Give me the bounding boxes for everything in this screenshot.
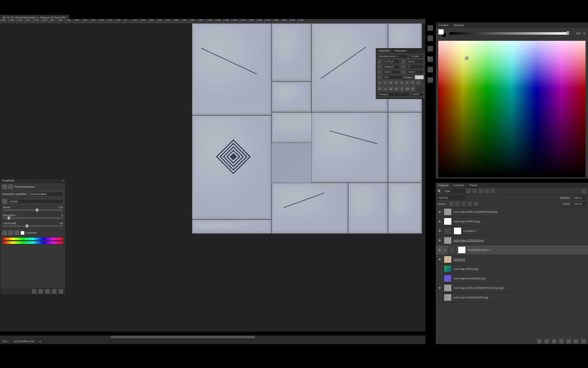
clip-icon[interactable] xyxy=(32,289,36,293)
brightness-slider[interactable] xyxy=(449,32,569,35)
type-icon[interactable]: A xyxy=(428,56,433,62)
language-field[interactable]: Français xyxy=(377,92,410,97)
baseline-field[interactable]: 0 pt xyxy=(383,75,402,79)
underline-icon[interactable]: T xyxy=(410,80,415,85)
layer-row[interactable]: rock-map-normals003.png xyxy=(436,274,588,283)
kerning-field[interactable]: 0 xyxy=(407,65,424,69)
fraction-icon[interactable]: ½ xyxy=(410,86,415,91)
color-picker[interactable] xyxy=(438,41,586,177)
font-size-field[interactable]: 17,42 pt xyxy=(383,59,400,64)
filter-dropdown[interactable]: Type xyxy=(443,189,465,193)
layer-name[interactable]: rock-map-DISPLACEMENT003.png xyxy=(454,210,586,213)
brightness-value[interactable]: 100 xyxy=(571,32,581,35)
lock-artboard-icon[interactable] xyxy=(468,202,472,206)
lightness-value[interactable]: -20 xyxy=(59,222,63,225)
brush-presets-icon[interactable] xyxy=(428,46,433,52)
visibility-toggle[interactable]: 👁 xyxy=(438,286,442,290)
eyedropper-icon[interactable] xyxy=(2,230,7,235)
filter-adjustment-icon[interactable] xyxy=(473,189,477,193)
status-arrow-icon[interactable]: ▸ xyxy=(40,340,41,343)
layer-row[interactable]: 👁rock-map-AO003.png xyxy=(436,217,588,226)
fill-field[interactable]: 100 % xyxy=(573,202,586,206)
layer-thumbnail[interactable] xyxy=(444,275,452,282)
layer-thumbnail[interactable] xyxy=(444,208,452,216)
delete-icon[interactable] xyxy=(59,289,63,293)
visibility-toggle[interactable] xyxy=(438,267,442,271)
layer-thumbnail[interactable] xyxy=(454,227,462,235)
preset-dropdown[interactable]: Personnalisé xyxy=(29,192,64,197)
layer-row[interactable]: rock-map-id003.png xyxy=(436,264,588,274)
swash-icon[interactable]: A xyxy=(394,86,399,91)
layer-row[interactable]: 👁Courbes 1 xyxy=(436,226,588,236)
eyedropper-minus-icon[interactable] xyxy=(14,230,19,235)
layer-row[interactable]: rock-map-RANDOM003.png xyxy=(436,293,588,302)
ligature-icon[interactable]: fi xyxy=(377,86,382,91)
history-icon[interactable] xyxy=(428,36,433,41)
layer-mask-icon[interactable] xyxy=(552,339,556,343)
layer-thumbnail[interactable] xyxy=(444,294,452,301)
hue-value[interactable]: -216 xyxy=(58,206,63,209)
layer-name[interactable]: Courbes 1 xyxy=(463,229,586,232)
bold-icon[interactable]: T xyxy=(377,80,382,85)
picker-cursor[interactable] xyxy=(465,56,469,60)
visibility-toggle[interactable]: 👁 xyxy=(438,219,442,224)
collapse-icon[interactable]: » xyxy=(62,179,64,182)
tab-channels[interactable]: Couches xyxy=(451,183,467,188)
visibility-toggle[interactable]: 👁 xyxy=(438,257,442,262)
tab-paragraph[interactable]: Paragraphe xyxy=(392,48,409,53)
tab-layers[interactable]: Calques xyxy=(436,183,451,188)
lightness-slider[interactable] xyxy=(3,225,63,227)
visibility-toggle[interactable] xyxy=(438,295,442,300)
adjustment-thumbnail[interactable] xyxy=(444,227,452,235)
layer-thumbnail[interactable] xyxy=(444,256,452,263)
colorize-checkbox[interactable] xyxy=(21,231,24,235)
leading-field[interactable]: (Auto) xyxy=(407,59,424,64)
layer-name[interactable]: rock-map-DISPLACEMENT003.png copie xyxy=(454,286,586,289)
visibility-toggle[interactable]: 👁 xyxy=(438,210,442,214)
tab-color[interactable]: Couleur xyxy=(436,23,451,27)
paragraph-styles-icon[interactable] xyxy=(428,67,433,72)
saturation-slider[interactable] xyxy=(3,217,63,219)
layer-name[interactable]: rock-map-CURV003.png xyxy=(454,239,586,242)
hue-slider[interactable] xyxy=(3,209,63,211)
tab-character[interactable]: Caractère xyxy=(376,48,392,53)
layer-name[interactable]: rock-map-normals003.png xyxy=(454,277,586,280)
layer-thumbnail[interactable] xyxy=(444,218,452,225)
styles-icon[interactable] xyxy=(428,77,433,83)
fg-bg-swatches[interactable] xyxy=(438,29,447,38)
layer-row[interactable]: 👁rock-map-DISPLACEMENT003.png xyxy=(436,207,588,217)
group-icon[interactable] xyxy=(567,339,571,343)
preview-icon[interactable] xyxy=(39,289,43,293)
layer-row[interactable]: 👁rock-map-DISPLACEMENT003.png copie xyxy=(436,283,588,293)
filter-smartobject-icon[interactable] xyxy=(491,189,495,193)
italic-icon[interactable]: T xyxy=(383,80,388,85)
layer-row[interactable]: 👁COLOUR xyxy=(436,255,588,264)
layer-name[interactable]: Teinte/Saturation 1 xyxy=(468,248,586,251)
channel-dropdown[interactable]: Global xyxy=(8,199,64,204)
font-weight-field[interactable]: 75 Bold xyxy=(409,54,424,59)
allcaps-icon[interactable]: TT xyxy=(388,80,393,85)
tracking-field[interactable]: Métrique xyxy=(383,65,400,69)
layer-row[interactable]: 👁rock-map-CURV003.png xyxy=(436,236,588,245)
tab-swatches[interactable]: Nuancier xyxy=(451,23,467,27)
lock-pixels-icon[interactable] xyxy=(455,202,460,206)
reset-icon[interactable] xyxy=(45,289,50,293)
superscript-icon[interactable]: T xyxy=(399,80,404,85)
visibility-toggle[interactable]: 👁 xyxy=(438,238,442,243)
collapse-panels-icon[interactable] xyxy=(428,25,433,31)
new-layer-icon[interactable] xyxy=(574,339,578,343)
vscale-field[interactable]: 100 % xyxy=(383,70,400,74)
titling-icon[interactable]: T xyxy=(399,86,404,91)
fg-swatch[interactable] xyxy=(438,29,444,35)
lock-position-icon[interactable] xyxy=(462,202,466,206)
oldstyle-icon[interactable]: o xyxy=(383,86,388,91)
font-family-field[interactable]: Helvetica Neue L... xyxy=(377,54,408,59)
eyedropper-plus-icon[interactable] xyxy=(8,230,13,235)
layer-thumbnail[interactable] xyxy=(458,246,466,254)
layer-name[interactable]: COLOUR xyxy=(454,258,586,261)
visibility-icon[interactable] xyxy=(52,289,56,293)
ordinal-icon[interactable]: 1st xyxy=(405,86,410,91)
antialiasing-field[interactable]: Nette xyxy=(412,92,424,97)
filter-toggle-icon[interactable] xyxy=(582,189,586,193)
layer-thumbnail[interactable] xyxy=(444,284,452,292)
